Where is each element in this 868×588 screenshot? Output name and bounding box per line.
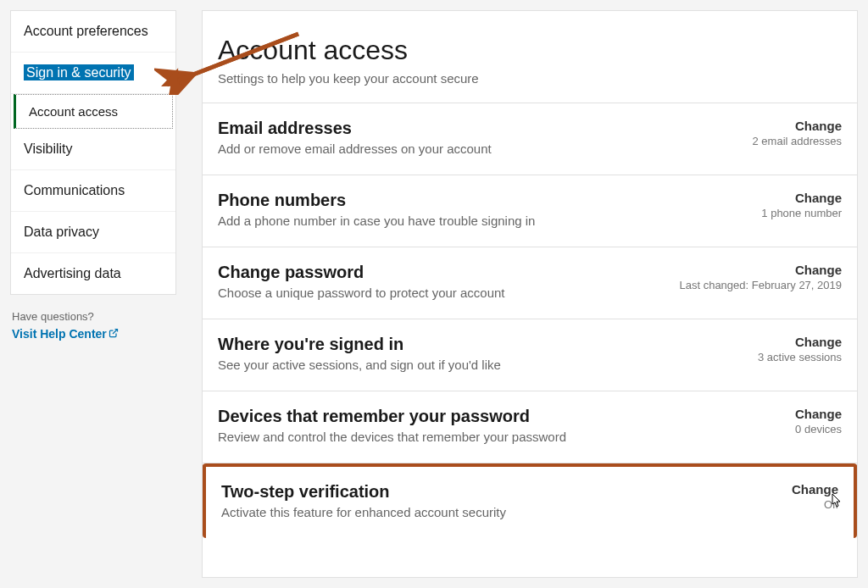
setting-title: Email addresses (218, 119, 736, 138)
setting-desc: Add a phone number in case you have trou… (218, 214, 744, 228)
setting-title: Two-step verification (221, 482, 775, 502)
setting-status: 1 phone number (761, 207, 842, 219)
setting-title: Phone numbers (218, 191, 744, 210)
sidebar-item-label: Advertising data (24, 266, 121, 280)
svg-line-4 (113, 330, 118, 335)
sidebar-item-label: Visibility (24, 141, 73, 156)
setting-status: 2 email addresses (753, 135, 843, 147)
change-link[interactable]: Change (761, 191, 842, 205)
setting-row-where-signed-in[interactable]: Where you're signed in See your active s… (203, 319, 857, 391)
help-link-text: Visit Help Center (12, 327, 107, 341)
external-link-icon (108, 327, 119, 341)
setting-status: Last changed: February 27, 2019 (679, 279, 842, 291)
sidebar-item-sign-in-security[interactable]: Sign in & security (11, 53, 175, 94)
setting-title: Change password (218, 263, 662, 282)
cursor-icon (828, 492, 843, 511)
setting-row-remembered-devices[interactable]: Devices that remember your password Revi… (203, 391, 857, 463)
change-link[interactable]: Change (753, 119, 843, 133)
page-subtitle: Settings to help you keep your account s… (218, 71, 842, 86)
page-title: Account access (218, 35, 842, 66)
change-link[interactable]: Change (679, 263, 842, 277)
sidebar-help: Have questions? Visit Help Center (10, 310, 176, 341)
sidebar-item-label: Sign in & security (24, 64, 134, 80)
setting-row-phone-numbers[interactable]: Phone numbers Add a phone number in case… (203, 175, 857, 247)
sidebar-item-account-access[interactable]: Account access (14, 94, 173, 129)
sidebar-item-label: Communications (24, 183, 125, 197)
setting-title: Where you're signed in (218, 335, 741, 354)
sidebar-item-visibility[interactable]: Visibility (11, 129, 175, 170)
sidebar-item-communications[interactable]: Communications (11, 170, 175, 212)
setting-row-two-step-verification[interactable]: Two-step verification Activate this feat… (203, 463, 857, 538)
setting-desc: Add or remove email addresses on your ac… (218, 141, 736, 156)
setting-desc: See your active sessions, and sign out i… (218, 358, 741, 372)
setting-desc: Activate this feature for enhanced accou… (221, 505, 775, 519)
setting-desc: Choose a unique password to protect your… (218, 286, 662, 300)
sidebar-item-account-preferences[interactable]: Account preferences (11, 11, 175, 53)
sidebar-item-advertising-data[interactable]: Advertising data (11, 253, 175, 294)
setting-desc: Review and control the devices that reme… (218, 430, 778, 444)
help-center-link[interactable]: Visit Help Center (12, 327, 119, 341)
sidebar-item-label: Account preferences (24, 24, 148, 38)
setting-status: 3 active sessions (758, 351, 842, 363)
main-panel: Account access Settings to help you keep… (202, 10, 858, 578)
setting-row-change-password[interactable]: Change password Choose a unique password… (203, 247, 857, 319)
change-link[interactable]: Change (758, 335, 842, 349)
setting-title: Devices that remember your password (218, 407, 778, 426)
sidebar: Account preferences Sign in & security A… (10, 10, 176, 578)
sidebar-item-label: Data privacy (24, 225, 99, 239)
setting-status: 0 devices (795, 423, 842, 435)
change-link[interactable]: Change (795, 407, 842, 421)
sidebar-item-data-privacy[interactable]: Data privacy (11, 212, 175, 253)
setting-row-email-addresses[interactable]: Email addresses Add or remove email addr… (203, 103, 857, 175)
sidebar-item-label: Account access (29, 104, 118, 119)
page-header: Account access Settings to help you keep… (203, 11, 857, 103)
help-question: Have questions? (12, 310, 175, 323)
